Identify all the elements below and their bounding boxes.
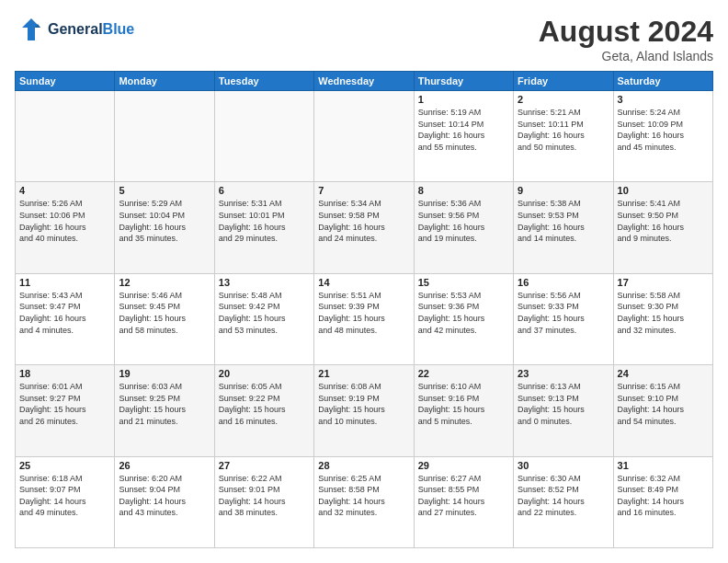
calendar-cell [16,91,115,182]
day-info: Sunrise: 5:56 AM Sunset: 9:33 PM Dayligh… [518,290,609,336]
calendar-cell: 13Sunrise: 5:48 AM Sunset: 9:42 PM Dayli… [214,273,313,364]
day-number: 1 [418,94,509,105]
day-number: 11 [19,277,110,288]
day-number: 14 [318,277,409,288]
day-info: Sunrise: 5:51 AM Sunset: 9:39 PM Dayligh… [318,290,409,336]
week-row-4: 18Sunrise: 6:01 AM Sunset: 9:27 PM Dayli… [16,365,713,456]
day-info: Sunrise: 5:26 AM Sunset: 10:06 PM Daylig… [19,198,110,244]
day-info: Sunrise: 5:58 AM Sunset: 9:30 PM Dayligh… [618,290,709,336]
day-info: Sunrise: 6:13 AM Sunset: 9:13 PM Dayligh… [518,381,609,427]
calendar-cell: 24Sunrise: 6:15 AM Sunset: 9:10 PM Dayli… [613,365,712,456]
weekday-friday: Friday [514,72,613,91]
day-number: 27 [219,460,310,471]
calendar-cell [115,91,214,182]
day-info: Sunrise: 5:41 AM Sunset: 9:50 PM Dayligh… [618,198,709,244]
page: GeneralBlue August 2024 Geta, Aland Isla… [0,0,728,563]
calendar-cell: 14Sunrise: 5:51 AM Sunset: 9:39 PM Dayli… [314,273,414,364]
day-number: 16 [518,277,609,288]
logo: GeneralBlue [15,15,134,44]
day-number: 13 [219,277,310,288]
weekday-saturday: Saturday [613,72,712,91]
day-number: 8 [418,185,509,196]
day-info: Sunrise: 6:18 AM Sunset: 9:07 PM Dayligh… [19,473,110,519]
day-info: Sunrise: 6:08 AM Sunset: 9:19 PM Dayligh… [318,381,409,427]
day-number: 31 [618,460,709,471]
week-row-1: 1Sunrise: 5:19 AM Sunset: 10:14 PM Dayli… [16,91,713,182]
day-info: Sunrise: 5:31 AM Sunset: 10:01 PM Daylig… [219,198,310,244]
logo-text: GeneralBlue [48,21,134,38]
day-number: 22 [418,368,509,379]
calendar-cell: 31Sunrise: 6:32 AM Sunset: 8:49 PM Dayli… [613,456,712,547]
calendar-cell: 30Sunrise: 6:30 AM Sunset: 8:52 PM Dayli… [514,456,613,547]
day-number: 20 [219,368,310,379]
weekday-monday: Monday [115,72,214,91]
calendar-cell: 4Sunrise: 5:26 AM Sunset: 10:06 PM Dayli… [16,182,115,273]
day-info: Sunrise: 5:46 AM Sunset: 9:45 PM Dayligh… [119,290,210,336]
calendar-cell: 25Sunrise: 6:18 AM Sunset: 9:07 PM Dayli… [16,456,115,547]
day-info: Sunrise: 6:27 AM Sunset: 8:55 PM Dayligh… [418,473,509,519]
calendar-cell: 8Sunrise: 5:36 AM Sunset: 9:56 PM Daylig… [414,182,513,273]
calendar-cell: 7Sunrise: 5:34 AM Sunset: 9:58 PM Daylig… [314,182,414,273]
day-info: Sunrise: 5:53 AM Sunset: 9:36 PM Dayligh… [418,290,509,336]
weekday-header-row: SundayMondayTuesdayWednesdayThursdayFrid… [16,72,713,91]
day-info: Sunrise: 6:22 AM Sunset: 9:01 PM Dayligh… [219,473,310,519]
day-info: Sunrise: 6:25 AM Sunset: 8:58 PM Dayligh… [318,473,409,519]
day-info: Sunrise: 6:32 AM Sunset: 8:49 PM Dayligh… [618,473,709,519]
calendar-cell: 26Sunrise: 6:20 AM Sunset: 9:04 PM Dayli… [115,456,214,547]
week-row-5: 25Sunrise: 6:18 AM Sunset: 9:07 PM Dayli… [16,456,713,547]
calendar-cell: 17Sunrise: 5:58 AM Sunset: 9:30 PM Dayli… [613,273,712,364]
calendar-cell: 12Sunrise: 5:46 AM Sunset: 9:45 PM Dayli… [115,273,214,364]
calendar-cell: 16Sunrise: 5:56 AM Sunset: 9:33 PM Dayli… [514,273,613,364]
weekday-tuesday: Tuesday [214,72,313,91]
calendar-cell: 18Sunrise: 6:01 AM Sunset: 9:27 PM Dayli… [16,365,115,456]
day-info: Sunrise: 5:38 AM Sunset: 9:53 PM Dayligh… [518,198,609,244]
day-info: Sunrise: 5:19 AM Sunset: 10:14 PM Daylig… [418,107,509,153]
calendar-cell: 21Sunrise: 6:08 AM Sunset: 9:19 PM Dayli… [314,365,414,456]
day-number: 29 [418,460,509,471]
weekday-wednesday: Wednesday [314,72,414,91]
day-info: Sunrise: 6:10 AM Sunset: 9:16 PM Dayligh… [418,381,509,427]
day-number: 6 [219,185,310,196]
day-info: Sunrise: 5:34 AM Sunset: 9:58 PM Dayligh… [318,198,409,244]
day-number: 26 [119,460,210,471]
day-number: 2 [518,94,609,105]
calendar-cell: 6Sunrise: 5:31 AM Sunset: 10:01 PM Dayli… [214,182,313,273]
calendar-cell [314,91,414,182]
day-info: Sunrise: 6:15 AM Sunset: 9:10 PM Dayligh… [618,381,709,427]
calendar-cell: 3Sunrise: 5:24 AM Sunset: 10:09 PM Dayli… [613,91,712,182]
day-number: 18 [19,368,110,379]
weekday-sunday: Sunday [16,72,115,91]
calendar-cell: 22Sunrise: 6:10 AM Sunset: 9:16 PM Dayli… [414,365,513,456]
week-row-2: 4Sunrise: 5:26 AM Sunset: 10:06 PM Dayli… [16,182,713,273]
day-number: 5 [119,185,210,196]
day-number: 19 [119,368,210,379]
svg-marker-0 [22,18,40,40]
calendar-cell: 2Sunrise: 5:21 AM Sunset: 10:11 PM Dayli… [514,91,613,182]
day-number: 4 [19,185,110,196]
header: GeneralBlue August 2024 Geta, Aland Isla… [15,15,713,63]
day-number: 3 [618,94,709,105]
day-number: 17 [618,277,709,288]
calendar-cell: 27Sunrise: 6:22 AM Sunset: 9:01 PM Dayli… [214,456,313,547]
calendar-cell: 28Sunrise: 6:25 AM Sunset: 8:58 PM Dayli… [314,456,414,547]
calendar-cell: 23Sunrise: 6:13 AM Sunset: 9:13 PM Dayli… [514,365,613,456]
day-number: 24 [618,368,709,379]
calendar-cell: 11Sunrise: 5:43 AM Sunset: 9:47 PM Dayli… [16,273,115,364]
weekday-thursday: Thursday [414,72,513,91]
calendar-cell: 15Sunrise: 5:53 AM Sunset: 9:36 PM Dayli… [414,273,513,364]
day-info: Sunrise: 6:20 AM Sunset: 9:04 PM Dayligh… [119,473,210,519]
calendar-table: SundayMondayTuesdayWednesdayThursdayFrid… [15,71,713,548]
day-number: 7 [318,185,409,196]
day-info: Sunrise: 5:29 AM Sunset: 10:04 PM Daylig… [119,198,210,244]
day-info: Sunrise: 5:43 AM Sunset: 9:47 PM Dayligh… [19,290,110,336]
day-info: Sunrise: 6:03 AM Sunset: 9:25 PM Dayligh… [119,381,210,427]
day-number: 10 [618,185,709,196]
day-info: Sunrise: 5:24 AM Sunset: 10:09 PM Daylig… [618,107,709,153]
logo-icon [15,15,44,44]
week-row-3: 11Sunrise: 5:43 AM Sunset: 9:47 PM Dayli… [16,273,713,364]
calendar-cell: 10Sunrise: 5:41 AM Sunset: 9:50 PM Dayli… [613,182,712,273]
calendar-cell: 29Sunrise: 6:27 AM Sunset: 8:55 PM Dayli… [414,456,513,547]
day-info: Sunrise: 6:01 AM Sunset: 9:27 PM Dayligh… [19,381,110,427]
day-number: 25 [19,460,110,471]
day-number: 12 [119,277,210,288]
